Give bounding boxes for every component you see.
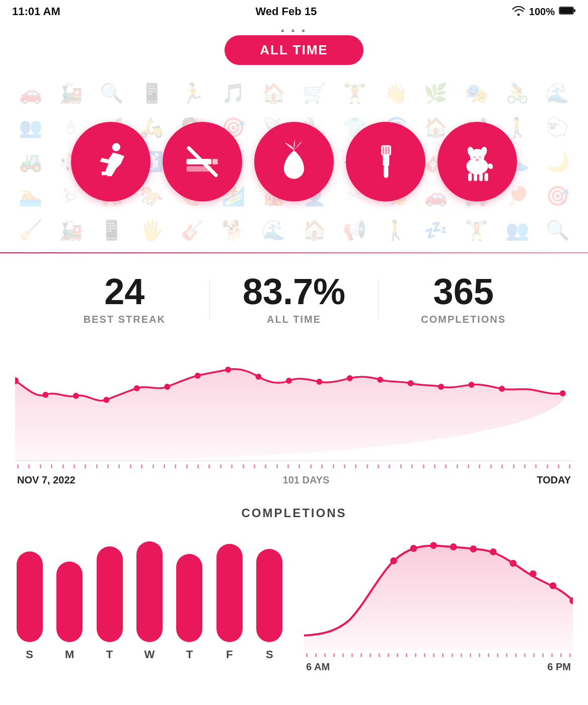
- bg-icon: 🧹: [10, 213, 51, 247]
- svg-rect-21: [468, 173, 472, 181]
- chart-tick: [164, 464, 165, 468]
- bg-icon: 🏠: [294, 213, 335, 247]
- icons-area: 🚗🚂🔍📱🏃🎵🏠🛒🏋👋🌿🎭🚴🌊👥🕯🎻🛵💇🎯📡🔧👕🌀🏠📢🚶🐑🚜🎲🛹♿🚂🛀📺🐕💤🚗🎸📊…: [0, 71, 588, 252]
- svg-point-51: [550, 582, 557, 589]
- time-tick: [397, 653, 398, 657]
- bg-icon: 👥: [10, 110, 51, 145]
- bg-icon: 🏃: [172, 76, 213, 110]
- chart-tick: [355, 464, 356, 468]
- time-tick: [324, 653, 326, 657]
- bar: [97, 546, 123, 642]
- chart-tick: [445, 464, 447, 468]
- stats-row: 24 BEST STREAK 83.7% ALL TIME 365 COMPLE…: [0, 253, 588, 345]
- habit-circle-dog[interactable]: [437, 122, 517, 201]
- bar: [56, 561, 83, 642]
- chart-tick: [479, 464, 480, 468]
- svg-point-31: [195, 373, 201, 379]
- time-tick: [542, 653, 544, 657]
- chart-tick: [333, 464, 334, 468]
- bg-icon: 🏠: [253, 76, 294, 110]
- chart-ticks: [15, 461, 573, 468]
- stat-streak-value: 24: [40, 273, 209, 310]
- chart-tick: [17, 464, 19, 468]
- chart-tick: [243, 464, 244, 468]
- svg-rect-11: [385, 146, 387, 154]
- chart-tick: [231, 464, 233, 468]
- bg-icon: 📱: [91, 213, 132, 247]
- chart-tick: [299, 464, 300, 468]
- habit-circle-nosmoking[interactable]: [163, 122, 242, 201]
- bg-icon: 👥: [497, 213, 538, 247]
- time-tick: [560, 653, 562, 657]
- svg-point-18: [473, 156, 476, 158]
- time-tick: [479, 653, 480, 657]
- svg-rect-1: [560, 8, 573, 14]
- bar-day-label: M: [65, 648, 74, 661]
- bg-icon: 🔍: [91, 76, 132, 110]
- battery-percent: 100%: [529, 6, 555, 18]
- time-tick: [306, 653, 308, 657]
- bg-icon: 🏊: [10, 179, 51, 213]
- time-start-label: 6 AM: [306, 661, 330, 673]
- chart-start-date: NOV 7, 2022: [17, 474, 76, 486]
- time-tick: [360, 653, 362, 657]
- time-tick: [497, 653, 498, 657]
- svg-point-34: [286, 378, 292, 384]
- time-tick: [569, 653, 571, 657]
- time-tick: [442, 653, 444, 657]
- chart-tick: [468, 464, 469, 468]
- bg-icon: 🌙: [537, 145, 578, 179]
- svg-point-29: [134, 385, 140, 391]
- chart-tick: [411, 464, 413, 468]
- wifi-icon: [512, 6, 525, 18]
- time-tick: [379, 653, 380, 657]
- chart-tick: [208, 464, 210, 468]
- bar-chart: SMTWTFS: [15, 535, 304, 666]
- time-tick: [315, 653, 317, 657]
- chart-tick: [310, 464, 312, 468]
- bg-icon: 🛒: [294, 76, 335, 110]
- bg-icon: 🚶: [375, 213, 416, 247]
- chart-tick: [513, 464, 514, 468]
- svg-point-30: [164, 384, 170, 390]
- bg-icon: 🎭: [456, 76, 497, 110]
- bg-icon: 🚂: [51, 76, 92, 110]
- habit-circle-run[interactable]: [71, 122, 151, 201]
- habit-circle-teeth[interactable]: [346, 122, 425, 201]
- time-end-label: 6 PM: [547, 661, 571, 673]
- bar-day-label: S: [26, 648, 33, 661]
- chart-tick: [569, 464, 570, 468]
- all-time-button[interactable]: ALL TIME: [225, 35, 363, 65]
- chart-tick: [130, 464, 131, 468]
- more-dots-icon[interactable]: • • •: [281, 25, 307, 37]
- line-chart: [15, 350, 573, 461]
- habit-circles[interactable]: [71, 122, 517, 201]
- carrot-icon: [271, 139, 317, 184]
- stat-alltime-label: ALL TIME: [210, 314, 379, 325]
- time-tick: [342, 653, 344, 657]
- top-bar: • • • ALL TIME: [0, 21, 588, 71]
- chart-labels: NOV 7, 2022 101 DAYS TODAY: [15, 468, 573, 486]
- completions-section: COMPLETIONS SMTWTFS: [0, 486, 588, 681]
- time-tick: [533, 653, 535, 657]
- stat-completions-value: 365: [379, 273, 548, 310]
- status-date: Wed Feb 15: [255, 5, 317, 18]
- chart-tick: [524, 464, 526, 468]
- habit-circle-diet[interactable]: [254, 122, 334, 201]
- bg-icon: 🌊: [253, 213, 294, 247]
- chart-tick: [501, 464, 503, 468]
- bg-icon: 💤: [416, 213, 457, 247]
- time-tick: [388, 653, 389, 657]
- chart-tick: [220, 464, 222, 468]
- stat-streak: 24 BEST STREAK: [40, 273, 209, 325]
- chart-tick: [389, 464, 390, 468]
- time-tick: [333, 653, 335, 657]
- chart-tick: [490, 464, 492, 468]
- time-tick: [506, 653, 507, 657]
- chart-tick: [74, 464, 75, 468]
- bg-icon: 🌿: [416, 76, 457, 110]
- bar-wrapper: S: [255, 549, 284, 661]
- stat-streak-label: BEST STREAK: [40, 314, 209, 325]
- chart-tick: [287, 464, 289, 468]
- time-tick: [433, 653, 434, 657]
